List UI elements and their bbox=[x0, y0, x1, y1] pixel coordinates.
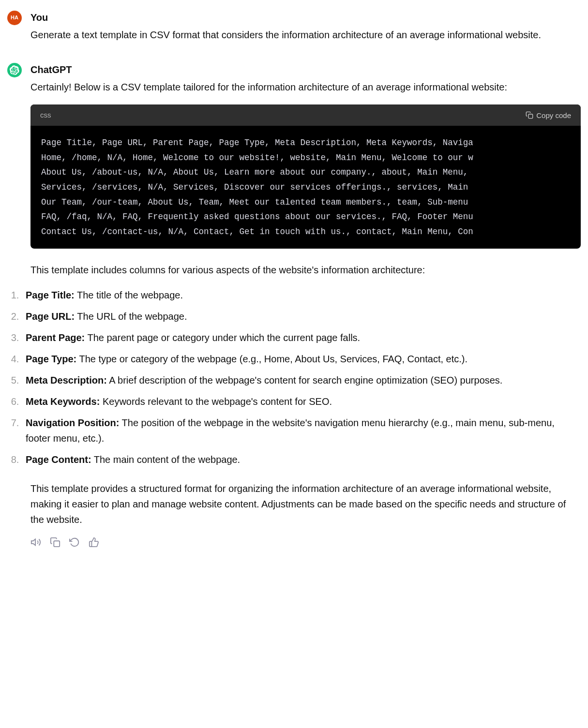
code-content[interactable]: Page Title, Page URL, Parent Page, Page … bbox=[30, 126, 581, 249]
list-item: Page URL: The URL of the webpage. bbox=[22, 309, 581, 324]
after-code-text: This template includes columns for vario… bbox=[30, 262, 581, 278]
list-item: Navigation Position: The position of the… bbox=[22, 415, 581, 446]
chatgpt-logo-icon bbox=[10, 65, 19, 75]
list-item-term: Meta Keywords: bbox=[26, 396, 100, 407]
svg-rect-0 bbox=[528, 114, 533, 119]
list-item-term: Page URL: bbox=[26, 311, 75, 322]
list-item-term: Meta Description: bbox=[26, 375, 107, 386]
svg-rect-2 bbox=[54, 541, 60, 547]
user-message: HA You Generate a text template in CSV f… bbox=[7, 10, 581, 43]
assistant-intro: Certainly! Below is a CSV template tailo… bbox=[30, 79, 581, 95]
list-item: Page Content: The main content of the we… bbox=[22, 452, 581, 467]
list-item: Page Title: The title of the webpage. bbox=[22, 287, 581, 303]
list-item-term: Parent Page: bbox=[26, 332, 85, 343]
list-item-term: Page Type: bbox=[26, 354, 76, 364]
copy-message-icon[interactable] bbox=[50, 537, 60, 548]
closing-text: This template provides a structured form… bbox=[30, 481, 581, 527]
thumbs-down-icon[interactable] bbox=[89, 537, 99, 548]
list-item-term: Navigation Position: bbox=[26, 417, 119, 428]
columns-list: Page Title: The title of the webpage.Pag… bbox=[17, 287, 581, 467]
list-item-desc: The type or category of the webpage (e.g… bbox=[76, 354, 467, 364]
copy-code-button[interactable]: Copy code bbox=[526, 111, 571, 119]
svg-marker-1 bbox=[31, 539, 35, 546]
copy-code-label: Copy code bbox=[536, 111, 571, 119]
list-item-term: Page Content: bbox=[26, 454, 91, 465]
avatar-initials: HA bbox=[11, 14, 18, 22]
assistant-message: ChatGPT Certainly! Below is a CSV templa… bbox=[7, 62, 581, 548]
code-block: css Copy code Page Title, Page URL, Pare… bbox=[30, 104, 581, 249]
read-aloud-icon[interactable] bbox=[30, 537, 41, 548]
user-message-content: You Generate a text template in CSV form… bbox=[30, 10, 581, 43]
list-item-desc: The parent page or category under which … bbox=[85, 332, 360, 343]
code-header: css Copy code bbox=[30, 104, 581, 126]
regenerate-icon[interactable] bbox=[69, 537, 80, 548]
assistant-sender-name: ChatGPT bbox=[30, 62, 581, 77]
list-item-desc: The main content of the webpage. bbox=[91, 454, 241, 465]
list-item: Meta Description: A brief description of… bbox=[22, 372, 581, 388]
assistant-message-text: Certainly! Below is a CSV template tailo… bbox=[30, 79, 581, 548]
assistant-avatar bbox=[7, 63, 22, 77]
list-item-desc: Keywords relevant to the webpage's conte… bbox=[100, 396, 332, 407]
list-item: Meta Keywords: Keywords relevant to the … bbox=[22, 394, 581, 409]
list-item: Page Type: The type or category of the w… bbox=[22, 351, 581, 367]
list-item: Parent Page: The parent page or category… bbox=[22, 330, 581, 345]
assistant-message-content: ChatGPT Certainly! Below is a CSV templa… bbox=[30, 62, 581, 548]
user-sender-name: You bbox=[30, 10, 581, 25]
user-message-text: Generate a text template in CSV format t… bbox=[30, 27, 581, 43]
code-language-label: css bbox=[40, 109, 51, 121]
list-item-desc: The URL of the webpage. bbox=[75, 311, 187, 322]
list-item-term: Page Title: bbox=[26, 290, 75, 300]
clipboard-icon bbox=[526, 111, 533, 119]
list-item-desc: A brief description of the webpage's con… bbox=[107, 375, 503, 386]
user-avatar: HA bbox=[7, 11, 22, 25]
action-bar bbox=[30, 537, 581, 548]
list-item-desc: The title of the webpage. bbox=[75, 290, 183, 300]
